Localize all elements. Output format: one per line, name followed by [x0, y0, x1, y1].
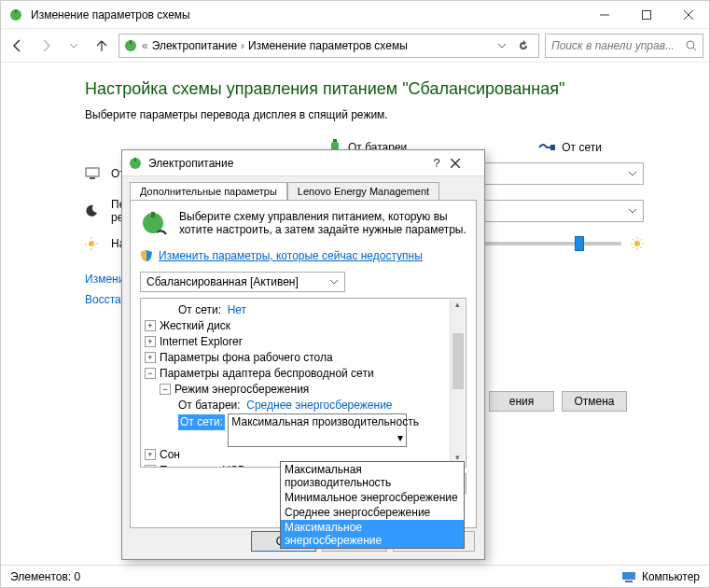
- dialog-tabs: Дополнительные параметры Lenovo Energy M…: [122, 176, 484, 200]
- tab-lenovo-energy[interactable]: Lenovo Energy Management: [287, 182, 439, 200]
- svg-line-27: [641, 247, 643, 249]
- tree-node-ie[interactable]: +Internet Explorer: [145, 334, 462, 350]
- moon-icon: [85, 204, 102, 217]
- battery-icon: [123, 38, 138, 53]
- dropdown-option-max-performance[interactable]: Максимальная производительность: [281, 462, 464, 490]
- tree-node-wireless[interactable]: −Параметры адаптера беспроводной сети: [145, 366, 462, 382]
- sun-bright-icon: [631, 237, 644, 250]
- app-icon: [8, 7, 23, 22]
- search-placeholder: Поиск в панели управ...: [551, 39, 686, 52]
- search-icon: [686, 40, 697, 51]
- shield-icon: [140, 249, 153, 262]
- cancel-button[interactable]: Отмена: [562, 391, 627, 412]
- power-options-dialog: Электропитание ? Дополнительные параметр…: [121, 149, 485, 560]
- status-location: Компьютер: [642, 570, 700, 583]
- page-title: Настройка схемы управления питанием "Сба…: [85, 79, 644, 99]
- settings-tree: От сети: Нет +Жесткий диск +Internet Exp…: [140, 298, 466, 468]
- help-button[interactable]: ?: [423, 156, 451, 170]
- refresh-button[interactable]: [518, 40, 535, 51]
- svg-rect-37: [151, 212, 155, 217]
- tab-advanced-settings[interactable]: Дополнительные параметры: [130, 182, 287, 200]
- tab-panel: Выберите схему управления питанием, кото…: [130, 200, 477, 528]
- svg-rect-14: [90, 177, 95, 179]
- chevron-right-icon: ›: [241, 39, 244, 52]
- dropdown-option-min-saving[interactable]: Минимальное энергосбережение: [281, 490, 464, 505]
- nav-bar: « Электропитание › Изменение параметров …: [1, 29, 709, 63]
- breadcrumb-plan-settings[interactable]: Изменение параметров схемы: [248, 39, 408, 52]
- recent-locations-button[interactable]: [63, 35, 85, 57]
- svg-line-28: [633, 247, 634, 249]
- tree-scrollbar[interactable]: ▴ ▾: [450, 300, 465, 468]
- dialog-icon: [128, 156, 143, 171]
- titlebar: Изменение параметров схемы: [1, 1, 709, 29]
- plug-icon: [537, 140, 556, 155]
- svg-rect-33: [134, 158, 136, 161]
- search-input[interactable]: Поиск в панели управ...: [545, 34, 703, 58]
- dropdown-option-max-saving[interactable]: Максимальное энергосбережение: [281, 520, 464, 548]
- status-bar: Элементов: 0 Компьютер: [1, 565, 709, 587]
- back-button[interactable]: [7, 35, 29, 57]
- wireless-plugged-value-select[interactable]: Максимальная производительность▾: [228, 413, 407, 447]
- minimize-button[interactable]: [583, 2, 625, 28]
- tree-node-background[interactable]: +Параметры фона рабочего стола: [145, 350, 462, 366]
- scroll-thumb[interactable]: [452, 333, 464, 389]
- dialog-instruction: Выберите схему управления питанием, кото…: [179, 210, 466, 240]
- tree-node-wireless-mode[interactable]: −Режим энергосбережения: [145, 382, 462, 398]
- tree-node-onnet-top[interactable]: От сети: Нет: [145, 302, 462, 318]
- chevron-down-icon: [329, 277, 339, 287]
- computer-icon: [621, 571, 636, 582]
- svg-rect-12: [550, 145, 555, 150]
- maximize-button[interactable]: [625, 2, 667, 28]
- chevron-right-icon: «: [142, 39, 148, 52]
- breadcrumb-power[interactable]: Электропитание: [152, 39, 237, 52]
- close-button[interactable]: [667, 2, 709, 28]
- save-changes-button[interactable]: ения: [489, 391, 554, 412]
- battery-plug-icon: [140, 210, 170, 240]
- slider-thumb[interactable]: [575, 236, 584, 251]
- svg-point-8: [687, 41, 694, 49]
- uac-change-settings-link[interactable]: Изменить параметры, которые сейчас недос…: [140, 249, 466, 262]
- svg-rect-7: [130, 40, 132, 44]
- tree-node-wireless-battery[interactable]: От батареи: Среднее энергосбережение: [145, 398, 462, 413]
- status-count: Элементов: 0: [10, 570, 80, 583]
- dialog-close-button[interactable]: [451, 159, 479, 168]
- svg-rect-30: [622, 572, 635, 580]
- svg-rect-13: [86, 168, 99, 176]
- power-plan-select[interactable]: Сбалансированная [Активен]: [140, 272, 345, 292]
- window-controls: [583, 2, 709, 28]
- svg-point-15: [89, 241, 94, 246]
- dialog-titlebar: Электропитание ?: [122, 150, 484, 176]
- up-button[interactable]: [90, 35, 113, 57]
- plugged-column-header: От сети: [537, 138, 602, 157]
- window-title: Изменение параметров схемы: [31, 8, 583, 21]
- wireless-plugged-dropdown: Максимальная производительность Минималь…: [280, 461, 465, 549]
- svg-rect-3: [642, 10, 650, 19]
- forward-button[interactable]: [35, 35, 57, 57]
- address-bar[interactable]: « Электропитание › Изменение параметров …: [118, 34, 539, 58]
- svg-line-26: [633, 239, 634, 241]
- address-dropdown-button[interactable]: [497, 41, 514, 50]
- scroll-up-button[interactable]: ▴: [451, 300, 465, 315]
- svg-line-29: [641, 239, 643, 241]
- dropdown-option-med-saving[interactable]: Среднее энергосбережение: [281, 505, 464, 520]
- svg-rect-11: [333, 139, 337, 142]
- dialog-title: Электропитание: [148, 157, 423, 170]
- sun-icon: [85, 237, 102, 250]
- tree-node-hdd[interactable]: +Жесткий диск: [145, 318, 462, 334]
- monitor-icon: [85, 167, 102, 180]
- svg-rect-1: [15, 9, 17, 13]
- svg-point-21: [634, 241, 640, 246]
- tree-node-wireless-plugged[interactable]: От сети: Максимальная производительность…: [145, 413, 462, 447]
- svg-line-9: [693, 48, 696, 50]
- svg-rect-31: [625, 581, 633, 582]
- page-subtitle: Выберите параметры перевода дисплея в сп…: [85, 108, 644, 121]
